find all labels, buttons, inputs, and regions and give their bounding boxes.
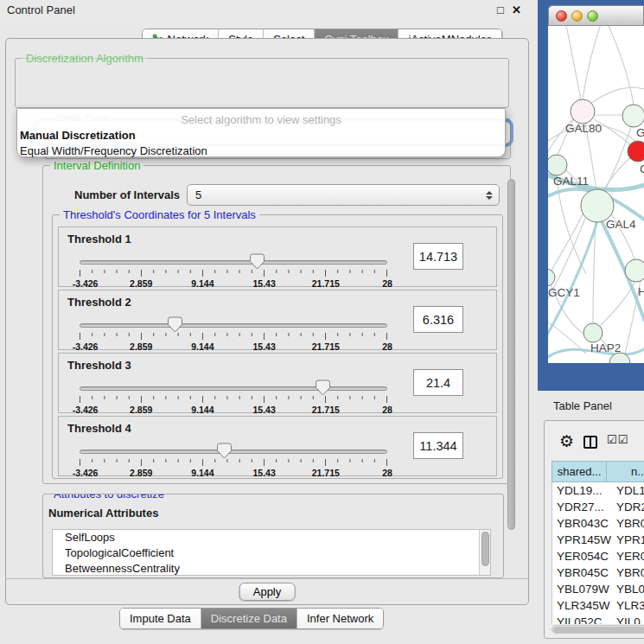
table-cell[interactable]: YPR1 — [609, 532, 644, 548]
table-row[interactable]: YDR27...YDR2 — [552, 499, 644, 515]
table-row[interactable]: YLR345WYLR3 — [552, 597, 644, 614]
zoom-traffic-light-icon[interactable] — [587, 10, 598, 22]
network-node[interactable] — [571, 99, 595, 124]
panel-scrollbar-thumb[interactable] — [507, 179, 515, 530]
float-window-icon[interactable]: □ — [497, 3, 504, 16]
table-cell[interactable]: YDR2 — [609, 499, 644, 515]
threshold-slider-4[interactable]: -3.4262.8599.14415.4321.71528 — [80, 447, 387, 476]
column-header-name[interactable]: n... — [607, 461, 644, 482]
network-edge-thick[interactable] — [548, 221, 597, 339]
list-scrollbar-thumb[interactable] — [481, 532, 489, 566]
close-traffic-light-icon[interactable] — [556, 10, 567, 22]
attribute-item-selfloops[interactable]: SelfLoops — [53, 530, 490, 545]
table-row[interactable]: YBR045CYBR0 — [552, 564, 644, 581]
minimize-traffic-light-icon[interactable] — [571, 10, 583, 22]
slider-track[interactable] — [80, 260, 387, 265]
network-node[interactable] — [583, 323, 603, 342]
checkbox-icon[interactable]: ☑ — [607, 433, 618, 446]
network-window-titlebar[interactable] — [548, 5, 644, 26]
columns-icon[interactable] — [583, 436, 597, 449]
number-of-intervals-combobox[interactable]: 5 — [187, 184, 500, 206]
threshold-value-field-3[interactable]: 21.4 — [413, 369, 463, 396]
gear-icon[interactable]: ⚙ — [559, 431, 574, 450]
slider-tick-labels: -3.4262.8599.14415.4321.71528 — [80, 405, 387, 415]
slider-track[interactable] — [80, 323, 387, 328]
popup-item-equal-width-frequency[interactable]: Equal Width/Frequency Discretization — [20, 144, 505, 157]
close-icon[interactable]: ✕ — [512, 3, 521, 16]
tick-label: -3.426 — [73, 341, 99, 352]
network-canvas[interactable]: GAL80GACGAL11GAL4GCY1HHAP2 — [548, 26, 644, 363]
threshold-slider-2[interactable]: -3.4262.8599.14415.4321.71528 — [80, 321, 387, 350]
column-header-shared[interactable]: shared... — [552, 461, 607, 482]
checkbox-icon[interactable]: ☑ — [618, 433, 629, 446]
group-title: Attributes to discretize — [50, 494, 168, 501]
table-cell[interactable]: YDL19... — [552, 482, 609, 499]
network-edge[interactable] — [565, 26, 581, 99]
network-edge[interactable] — [552, 213, 583, 271]
table-row[interactable]: YIL052CYIL0 — [552, 614, 644, 624]
slider-track[interactable] — [80, 386, 387, 391]
popup-item-manual-discretization[interactable]: Manual Discretization — [20, 129, 505, 142]
network-node-label-hap2: HAP2 — [590, 341, 621, 354]
table-panel-body: ⚙ ☑☑ shared... n... YDL19...YDL1YDR27...… — [544, 420, 644, 639]
table-row[interactable]: YDL19...YDL1 — [552, 482, 644, 499]
list-scrollbar[interactable] — [479, 530, 490, 575]
network-edge[interactable] — [583, 26, 602, 99]
tick-label: 15.43 — [252, 468, 275, 478]
tab-discretize-data[interactable]: Discretize Data — [201, 609, 297, 628]
checkbox-icons[interactable]: ☑☑ — [607, 433, 628, 446]
tick-label: 21.715 — [312, 405, 340, 415]
threshold-value-field-2[interactable]: 6.316 — [413, 306, 463, 333]
network-node[interactable] — [625, 259, 644, 282]
table-cell[interactable]: YBR045C — [552, 564, 609, 581]
threshold-value-field-1[interactable]: 14.713 — [413, 243, 463, 270]
table-row[interactable]: YBR043CYBR0 — [552, 515, 644, 532]
table-cell[interactable]: YDL1 — [609, 482, 644, 499]
table-cell[interactable]: YDR27... — [552, 499, 609, 515]
table-hscrollbar[interactable] — [552, 625, 644, 634]
network-node[interactable] — [548, 155, 567, 175]
group-title: Threshold's Coordinates for 5 Intervals — [60, 208, 259, 221]
table-cell[interactable]: YBL079W — [552, 581, 609, 597]
apply-button[interactable]: Apply — [239, 583, 296, 601]
network-node[interactable] — [622, 105, 644, 127]
table-row[interactable]: YBL079WYBL0 — [552, 581, 644, 597]
table-cell[interactable]: YLR345W — [552, 597, 609, 614]
network-edge[interactable] — [607, 26, 634, 105]
network-node[interactable] — [548, 269, 555, 286]
slider-handle[interactable] — [316, 379, 330, 396]
tab-infer-network[interactable]: Infer Network — [297, 609, 383, 628]
threshold-label: Threshold 4 — [67, 422, 131, 435]
tick-label: 2.859 — [130, 341, 152, 352]
table-header-row: shared... n... — [552, 461, 644, 482]
threshold-slider-1[interactable]: -3.4262.8599.14415.4321.71528 — [80, 258, 387, 287]
table-cell[interactable]: YER054C — [552, 548, 609, 564]
threshold-slider-3[interactable]: -3.4262.8599.14415.4321.71528 — [80, 384, 387, 413]
table-cell[interactable]: YBR0 — [609, 564, 644, 581]
table-cell[interactable]: YBL0 — [609, 581, 644, 597]
network-edge[interactable] — [600, 282, 634, 326]
table-cell[interactable]: YPR145W — [552, 532, 609, 548]
table-row[interactable]: YER054CYER0 — [552, 548, 644, 564]
numerical-attributes-list[interactable]: SelfLoopsTopologicalCoefficientBetweenne… — [52, 529, 491, 576]
table-cell[interactable]: YIL0 — [609, 614, 641, 624]
slider-handle[interactable] — [217, 443, 232, 459]
table-cell[interactable]: YER0 — [609, 548, 644, 564]
control-panel-titlebar: Control Panel □ ✕ — [0, 0, 536, 21]
threshold-value-field-4[interactable]: 11.344 — [413, 432, 463, 459]
table-cell[interactable]: YBR043C — [552, 515, 609, 532]
table-row[interactable]: YPR145WYPR1 — [552, 532, 644, 548]
slider-track[interactable] — [80, 450, 387, 454]
tab-impute-data[interactable]: Impute Data — [120, 609, 201, 628]
table-hscrollbar-thumb[interactable] — [553, 627, 644, 633]
network-node[interactable] — [628, 141, 644, 162]
table-cell[interactable]: YIL052C — [552, 614, 609, 624]
table-cell[interactable]: YLR3 — [609, 597, 644, 614]
slider-handle[interactable] — [250, 253, 265, 270]
slider-handle[interactable] — [168, 316, 182, 333]
attribute-item-betweennesscentrality[interactable]: BetweennessCentrality — [53, 561, 490, 576]
attribute-item-topologicalcoefficient[interactable]: TopologicalCoefficient — [53, 545, 490, 561]
panel-scrollbar[interactable] — [507, 134, 515, 566]
table-cell[interactable]: YBR0 — [609, 515, 644, 532]
screen: Control Panel □ ✕ NetworkStyleSelectCyni… — [0, 0, 644, 644]
